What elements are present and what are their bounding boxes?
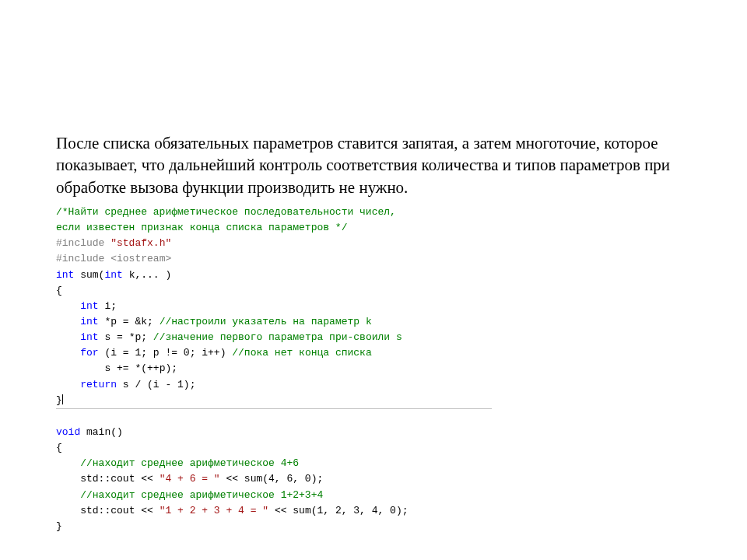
indent bbox=[56, 300, 80, 312]
code-text: std::cout << bbox=[80, 505, 159, 516]
indent bbox=[56, 379, 80, 390]
code-text: { bbox=[56, 285, 62, 296]
string-literal: "4 + 6 = " bbox=[160, 473, 220, 485]
code-text: main() bbox=[80, 426, 123, 438]
code-text: << sum(1, 2, 3, 4, 0); bbox=[268, 505, 408, 516]
code-text: std::cout << bbox=[80, 473, 159, 485]
indent bbox=[56, 362, 104, 374]
page-content: После списка обязательных параметров ста… bbox=[0, 0, 747, 534]
keyword: return bbox=[80, 379, 117, 390]
indent bbox=[56, 347, 80, 359]
code-text: i; bbox=[99, 300, 117, 312]
keyword: int bbox=[56, 269, 74, 281]
keyword: int bbox=[80, 331, 98, 343]
code-text: } bbox=[56, 394, 62, 406]
indent bbox=[56, 473, 80, 485]
code-comment: //находит среднее арифметическое 4+6 bbox=[80, 457, 299, 469]
indent bbox=[56, 457, 80, 469]
keyword: int bbox=[80, 316, 98, 327]
code-text: << sum(4, 6, 0); bbox=[220, 473, 324, 485]
code-text: k,... ) bbox=[123, 269, 171, 281]
keyword: for bbox=[80, 347, 98, 359]
intro-paragraph: После списка обязательных параметров ста… bbox=[56, 132, 700, 198]
indent bbox=[56, 316, 80, 327]
keyword: int bbox=[104, 269, 122, 281]
code-text: s = *p; bbox=[99, 331, 153, 343]
blank-line bbox=[56, 411, 62, 422]
code-comment: /*Найти среднее арифметическое последова… bbox=[56, 206, 396, 218]
code-text: s / (i - 1); bbox=[117, 379, 195, 390]
code-text: { bbox=[56, 442, 62, 453]
text-cursor bbox=[62, 394, 63, 404]
code-comment: //настроили указатель на параметр k bbox=[160, 316, 372, 327]
code-text: sum( bbox=[74, 269, 104, 281]
code-text: (i = 1; p != 0; i++) bbox=[99, 347, 233, 359]
code-comment: если известен признак конца списка парам… bbox=[56, 222, 347, 233]
indent bbox=[56, 331, 80, 343]
code-comment: //пока нет конца списка bbox=[232, 347, 371, 359]
code-comment: //находит среднее арифметическое 1+2+3+4 bbox=[80, 489, 323, 501]
preprocessor: #include bbox=[56, 237, 110, 249]
preprocessor: #include bbox=[56, 253, 110, 264]
indent bbox=[56, 489, 80, 501]
string-literal: "1 + 2 + 3 + 4 = " bbox=[160, 505, 268, 516]
string-literal: "stdafx.h" bbox=[110, 237, 171, 249]
code-text: s += *(++p); bbox=[104, 362, 177, 374]
code-text: *p = &k; bbox=[99, 316, 160, 327]
indent bbox=[56, 505, 80, 516]
code-text: } bbox=[56, 520, 62, 532]
keyword: int bbox=[80, 300, 98, 312]
include-target: <iostream> bbox=[110, 253, 171, 264]
code-block-1: /*Найти среднее арифметическое последова… bbox=[56, 205, 700, 408]
keyword: void bbox=[56, 426, 80, 438]
code-comment: //значение первого параметра при-своили … bbox=[153, 331, 402, 343]
code-block-2: void main() { //находит среднее арифмети… bbox=[56, 409, 700, 534]
